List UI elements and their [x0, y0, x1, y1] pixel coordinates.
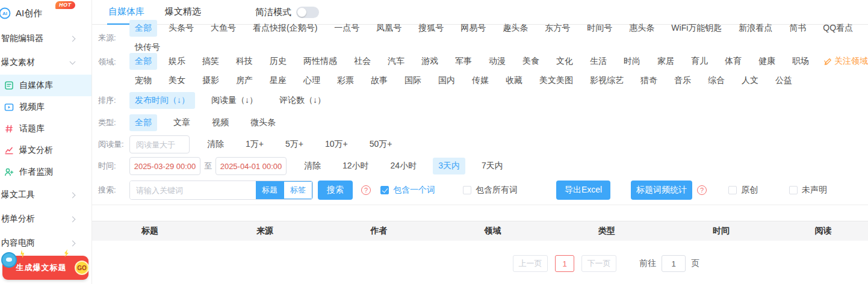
- next-page-button[interactable]: 下一页: [581, 255, 616, 272]
- type-option[interactable]: 全部: [129, 114, 157, 131]
- sort-option[interactable]: 阅读量（↓）: [206, 92, 263, 109]
- domain-option[interactable]: 搞笑: [197, 53, 225, 70]
- start-date-input[interactable]: [129, 157, 200, 175]
- reads-option[interactable]: 10万+: [320, 136, 353, 153]
- domain-option[interactable]: 美食: [517, 53, 545, 70]
- domain-option[interactable]: 军事: [450, 53, 477, 70]
- domain-option[interactable]: 猎奇: [635, 72, 663, 89]
- source-option[interactable]: 一点号: [329, 20, 365, 37]
- domain-option[interactable]: 时尚: [618, 53, 646, 70]
- sidebar-item-video-library[interactable]: 视频库: [0, 96, 91, 118]
- domain-option[interactable]: 娱乐: [163, 53, 191, 70]
- source-option[interactable]: 搜狐号: [413, 20, 449, 37]
- contain-one-word-label[interactable]: 包含一个词: [393, 185, 435, 196]
- domain-option[interactable]: 两性情感: [298, 53, 343, 70]
- domain-option[interactable]: 摄影: [197, 72, 225, 89]
- original-checkbox[interactable]: [728, 186, 737, 194]
- sidebar-item-hot-article-material[interactable]: 爆文素材: [0, 51, 91, 75]
- time-option[interactable]: 24小时: [385, 158, 423, 174]
- sidebar-item-topic-library[interactable]: 话题库: [0, 118, 91, 140]
- sidebar-item-we-media-library[interactable]: 自媒体库: [0, 75, 91, 96]
- source-option[interactable]: 东方号: [539, 20, 575, 37]
- sidebar-item-ai-creation[interactable]: AI AI创作 HOT: [0, 0, 91, 26]
- reads-option[interactable]: 50万+: [364, 136, 398, 153]
- reads-option[interactable]: 5万+: [280, 136, 309, 153]
- source-option[interactable]: 简书: [784, 20, 811, 37]
- undeclared-label[interactable]: 未声明: [802, 185, 827, 196]
- keyword-input[interactable]: [130, 181, 256, 199]
- sidebar-item-content-ecommerce[interactable]: 内容电商: [0, 231, 91, 255]
- domain-option[interactable]: 宠物: [129, 72, 157, 89]
- goto-page-input[interactable]: [662, 255, 686, 272]
- domain-option[interactable]: 美女: [163, 72, 191, 89]
- source-option[interactable]: 网易号: [455, 20, 491, 37]
- source-option[interactable]: 大鱼号: [205, 20, 241, 37]
- domain-option[interactable]: 星座: [264, 72, 292, 89]
- domain-option[interactable]: 体育: [719, 53, 747, 70]
- source-option[interactable]: 趣头条: [497, 20, 533, 37]
- sidebar-item-hot-article-tools[interactable]: 爆文工具: [0, 183, 91, 207]
- domain-option[interactable]: 职场: [787, 53, 814, 70]
- follow-domain-link[interactable]: 关注领域: [823, 53, 868, 70]
- reads-threshold-input[interactable]: [129, 135, 190, 153]
- domain-option[interactable]: 彩票: [332, 72, 359, 89]
- simple-mode-toggle[interactable]: [296, 7, 319, 18]
- help-icon[interactable]: [361, 185, 371, 195]
- domain-option[interactable]: 故事: [365, 72, 393, 89]
- help-icon[interactable]: [697, 185, 707, 195]
- domain-option[interactable]: 动漫: [483, 53, 511, 70]
- source-option[interactable]: 头条号: [163, 20, 199, 37]
- prev-page-button[interactable]: 上一页: [513, 255, 548, 272]
- time-option[interactable]: 3天内: [433, 158, 465, 174]
- sidebar-item-smart-editor[interactable]: 智能编辑器: [0, 26, 91, 51]
- domain-option[interactable]: 育儿: [686, 53, 713, 70]
- source-option[interactable]: 时间号: [581, 20, 618, 37]
- domain-option[interactable]: 综合: [702, 72, 730, 89]
- domain-option[interactable]: 科技: [231, 53, 258, 70]
- domain-option[interactable]: 公益: [770, 72, 798, 89]
- domain-option[interactable]: 收藏: [500, 72, 528, 89]
- domain-option[interactable]: 健康: [753, 53, 781, 70]
- generate-title-banner[interactable]: 生成爆文标题 GO: [2, 256, 88, 280]
- time-option[interactable]: 清除: [299, 158, 326, 174]
- sidebar-item-hot-article-analysis[interactable]: 爆文分析: [0, 140, 91, 161]
- domain-option[interactable]: 人文: [736, 72, 764, 89]
- contain-all-words-checkbox[interactable]: [463, 186, 471, 194]
- reads-option[interactable]: 1万+: [240, 136, 269, 153]
- sidebar-item-author-monitor[interactable]: 作者监测: [0, 161, 91, 183]
- time-option[interactable]: 7天内: [476, 158, 509, 174]
- domain-option[interactable]: 汽车: [382, 53, 410, 70]
- current-page-button[interactable]: 1: [555, 255, 574, 272]
- source-option[interactable]: WiFi万能钥匙: [666, 20, 727, 37]
- domain-option[interactable]: 房产: [231, 72, 258, 89]
- undeclared-checkbox[interactable]: [789, 186, 798, 194]
- domain-option[interactable]: 游戏: [416, 53, 444, 70]
- domain-option[interactable]: 家居: [652, 53, 680, 70]
- search-button[interactable]: 搜索: [318, 181, 353, 200]
- source-option[interactable]: QQ看点: [817, 20, 858, 37]
- domain-option[interactable]: 音乐: [669, 72, 696, 89]
- title-word-frequency-button[interactable]: 标题词频统计: [631, 181, 692, 200]
- sidebar-item-ranking-analysis[interactable]: 榜单分析: [0, 207, 91, 231]
- domain-option[interactable]: 国内: [433, 72, 460, 89]
- search-mode-title-button[interactable]: 标题: [256, 181, 284, 199]
- reads-option[interactable]: 清除: [202, 136, 229, 153]
- domain-option[interactable]: 影视综艺: [584, 72, 629, 89]
- search-mode-tag-button[interactable]: 标签: [284, 181, 312, 199]
- domain-option[interactable]: 国际: [399, 72, 427, 89]
- original-label[interactable]: 原创: [741, 185, 758, 196]
- sort-option[interactable]: 发布时间（↓）: [129, 92, 195, 109]
- source-option[interactable]: 全部: [129, 20, 157, 37]
- time-option[interactable]: 12小时: [337, 158, 374, 174]
- domain-option[interactable]: 美文美图: [534, 72, 578, 89]
- domain-option[interactable]: 文化: [551, 53, 578, 70]
- end-date-input[interactable]: [215, 157, 287, 175]
- sort-option[interactable]: 评论数（↓）: [274, 92, 331, 109]
- domain-option[interactable]: 生活: [584, 53, 612, 70]
- contain-all-words-label[interactable]: 包含所有词: [476, 185, 518, 196]
- type-option[interactable]: 视频: [206, 114, 234, 131]
- domain-option[interactable]: 传媒: [467, 72, 494, 89]
- type-option[interactable]: 微头条: [245, 114, 281, 131]
- type-option[interactable]: 文章: [168, 114, 196, 131]
- source-option[interactable]: 新浪看点: [733, 20, 778, 37]
